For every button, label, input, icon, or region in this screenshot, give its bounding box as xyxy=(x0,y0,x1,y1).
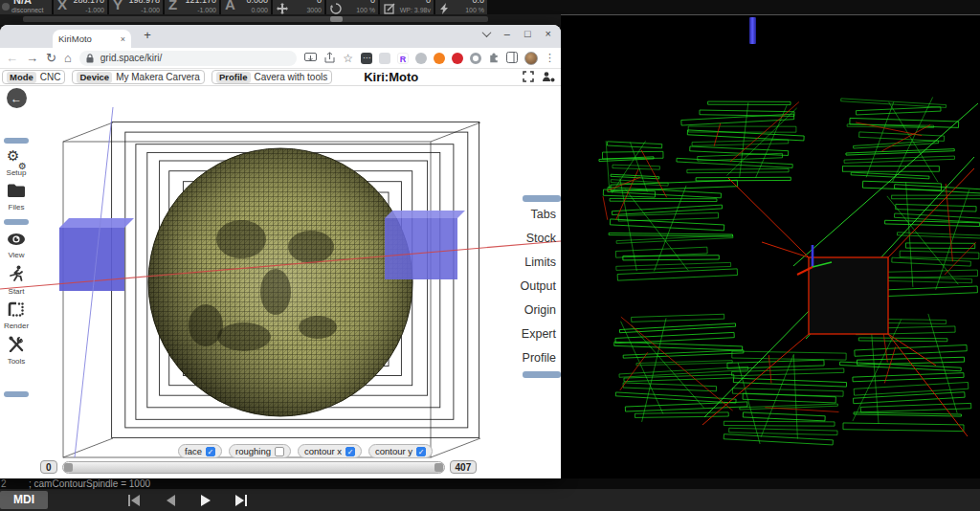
address-bar[interactable]: grid.space/kiri/ xyxy=(79,51,297,66)
menu-cap-top xyxy=(523,195,561,202)
mdi-button[interactable]: MDI xyxy=(0,491,48,509)
share-icon[interactable] xyxy=(324,50,335,67)
cnc-3d-view[interactable] xyxy=(561,14,980,478)
sidebar-item-start[interactable]: Start xyxy=(9,265,25,296)
forward-icon[interactable]: → xyxy=(26,52,38,64)
override-value: 100 % xyxy=(356,7,375,13)
power-top-value: 0.0 xyxy=(472,0,484,5)
minimize-button[interactable]: – xyxy=(504,28,510,39)
toggle-face[interactable]: face✓ xyxy=(178,444,222,458)
mode-value[interactable]: CNC xyxy=(40,72,61,82)
menu-item-limits[interactable]: Limits xyxy=(524,251,561,275)
extension-red-icon[interactable] xyxy=(452,53,463,64)
kiri-logo: Kiri:Moto xyxy=(364,70,418,84)
browser-menu-icon[interactable]: ⋮ xyxy=(545,52,555,64)
profile-group[interactable]: Profile Cavera with tools xyxy=(212,70,332,84)
home-icon[interactable]: ⌂ xyxy=(64,52,72,64)
contour-x-checkbox[interactable]: ✓ xyxy=(345,447,355,456)
sidebar-separator xyxy=(4,219,29,225)
play-button[interactable] xyxy=(194,492,217,508)
install-icon[interactable] xyxy=(304,50,317,67)
step-back-button[interactable] xyxy=(159,492,182,508)
sidebar-item-setup[interactable]: ⚙⚙ Setup xyxy=(7,151,27,177)
extension-orange-icon[interactable] xyxy=(434,53,445,64)
device-group[interactable]: Device My Makera Carvera xyxy=(72,70,204,84)
override-cell[interactable]: 0 100 % xyxy=(326,0,378,14)
face-checkbox[interactable]: ✓ xyxy=(206,447,215,456)
skip-to-start-button[interactable] xyxy=(122,492,145,508)
bookmark-star-icon[interactable]: ☆ xyxy=(343,53,353,64)
kiri-workspace-canvas[interactable] xyxy=(0,86,561,478)
gcode-console: 2 ; camContourSpindle = 1000 xyxy=(0,478,980,489)
power-cell[interactable]: 0.0 100 % xyxy=(435,0,487,14)
range-track[interactable] xyxy=(62,461,445,474)
extension-r-icon[interactable]: R xyxy=(397,53,409,64)
extension-ring-icon[interactable] xyxy=(470,53,481,64)
collapse-menu-button[interactable]: ← xyxy=(7,88,27,108)
axis-y-value: 198.978 xyxy=(128,0,160,5)
back-icon[interactable]: ← xyxy=(6,52,18,64)
kiri-header: Mode CNC Device My Makera Carvera Profil… xyxy=(0,69,561,86)
layer-toggles: face✓ roughing contour x✓ contour y✓ xyxy=(178,444,433,458)
menu-item-expert[interactable]: Expert xyxy=(522,322,561,346)
extension-dark-icon[interactable]: ⋯ xyxy=(361,53,372,64)
axis-z-value: 121.170 xyxy=(185,0,216,5)
reload-icon[interactable]: ↻ xyxy=(46,52,56,64)
range-handle-right[interactable] xyxy=(434,463,443,472)
menu-cap-bottom xyxy=(523,371,561,378)
cnc-progress-handle[interactable] xyxy=(330,16,343,22)
connection-status: N/A xyxy=(13,0,32,6)
new-tab-button[interactable]: + xyxy=(140,28,155,42)
fullscreen-icon[interactable] xyxy=(523,69,534,86)
axis-a-label: A xyxy=(225,0,235,12)
cnc-progress-track[interactable] xyxy=(23,16,488,22)
menu-item-stock[interactable]: Stock xyxy=(526,227,561,251)
account-settings-icon[interactable] xyxy=(542,69,555,86)
kiri-sidebar: ← ⚙⚙ Setup Files View Start Render xyxy=(0,88,33,402)
connection-cell[interactable]: N/A disconnect xyxy=(0,0,52,14)
sidebar-separator xyxy=(4,138,29,144)
menu-item-profile[interactable]: Profile xyxy=(523,346,561,370)
runner-icon xyxy=(9,265,24,286)
tool-marker xyxy=(749,17,756,44)
contour-y-checkbox[interactable]: ✓ xyxy=(416,447,426,456)
range-end-value: 407 xyxy=(450,460,478,474)
sidebar-item-tools[interactable]: Tools xyxy=(8,336,26,366)
sidebar-item-view[interactable]: View xyxy=(7,233,26,259)
browser-tab[interactable]: KiriMoto × xyxy=(53,30,131,48)
tab-search-chevron-icon[interactable] xyxy=(481,28,491,37)
window-close-button[interactable]: × xyxy=(546,28,551,39)
extension-gray-icon[interactable] xyxy=(379,53,390,64)
extension-circle-icon[interactable] xyxy=(415,53,427,64)
menu-item-output[interactable]: Output xyxy=(520,275,561,299)
power-icon xyxy=(439,1,451,14)
url-text: grid.space/kiri/ xyxy=(100,53,162,63)
toggle-contour-x[interactable]: contour x✓ xyxy=(298,444,362,458)
sidebar-item-files[interactable]: Files xyxy=(7,183,26,211)
axis-x-offset: -1.000 xyxy=(85,7,104,13)
toggle-roughing[interactable]: roughing xyxy=(229,444,291,458)
range-handle-left[interactable] xyxy=(64,463,73,472)
device-value[interactable]: My Makera Carvera xyxy=(116,72,200,82)
profile-value[interactable]: Cavera with tools xyxy=(255,72,328,82)
mode-group[interactable]: Mode CNC xyxy=(2,70,65,84)
toggle-contour-y[interactable]: contour y✓ xyxy=(368,444,433,458)
profile-avatar[interactable] xyxy=(524,52,538,65)
lock-icon xyxy=(86,54,94,63)
maximize-button[interactable]: □ xyxy=(524,28,531,39)
menu-item-tabs[interactable]: Tabs xyxy=(531,203,561,227)
side-panel-icon[interactable] xyxy=(506,50,518,67)
menu-item-origin[interactable]: Origin xyxy=(524,299,561,322)
browser-window: KiriMoto × + – □ × ← → ↻ ⌂ grid.space/ki… xyxy=(0,25,561,478)
gears-icon: ⚙⚙ xyxy=(7,151,26,167)
roughing-checkbox[interactable] xyxy=(275,447,284,456)
skip-to-end-button[interactable] xyxy=(230,492,253,508)
sidebar-item-render[interactable]: Render xyxy=(4,301,29,330)
axis-x-value: 288.170 xyxy=(73,0,104,5)
work-probe-cell[interactable]: 0 WP: 3.98v xyxy=(380,0,434,14)
axis-y-label: Y xyxy=(113,0,122,12)
axis-y-cell: Y 198.978 -1.000 xyxy=(109,0,163,14)
feed-cell[interactable]: 0 3000 xyxy=(273,0,324,14)
extensions-puzzle-icon[interactable] xyxy=(488,50,500,67)
tab-close-icon[interactable]: × xyxy=(121,34,125,44)
